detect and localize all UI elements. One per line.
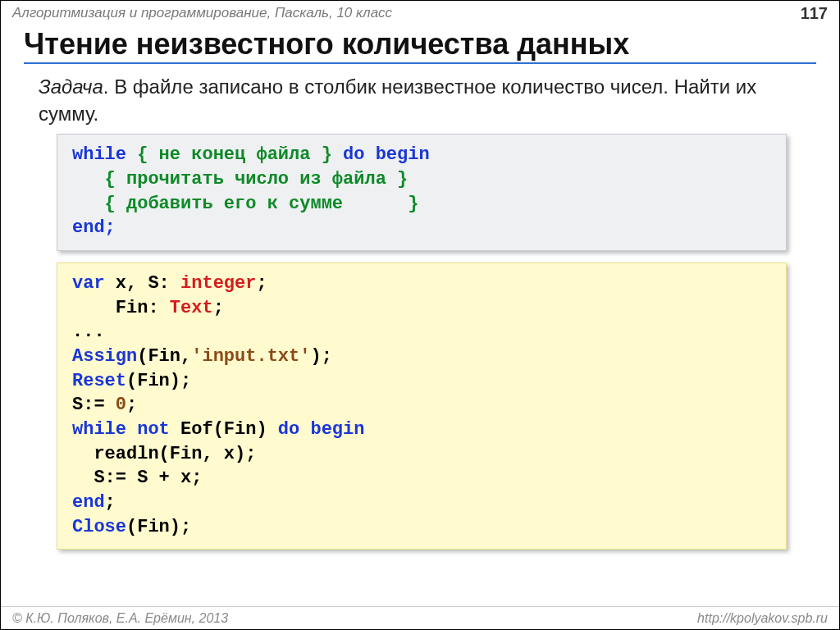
footer-url: http://kpolyakov.spb.ru (697, 611, 828, 626)
course-title: Алгоритмизация и программирование, Паска… (12, 5, 392, 21)
pseudocode-box: while { не конец файла } do begin { проч… (57, 134, 787, 251)
header-bar: Алгоритмизация и программирование, Паска… (1, 1, 839, 25)
task-lead: Задача (39, 75, 103, 98)
pseudocode: while { не конец файла } do begin { проч… (72, 143, 771, 240)
pascal-code: var x, S: integer; Fin: Text; ... Assign… (72, 272, 771, 540)
page-title: Чтение неизвестного количества данных (24, 27, 816, 64)
footer-bar: © К.Ю. Поляков, Е.А. Ерёмин, 2013 http:/… (1, 606, 839, 629)
task-text: Задача. В файле записано в столбик неизв… (39, 74, 816, 127)
task-body: . В файле записано в столбик неизвестное… (39, 75, 756, 124)
page-number: 117 (801, 4, 828, 23)
pascal-code-box: var x, S: integer; Fin: Text; ... Assign… (57, 262, 787, 550)
slide-content: Чтение неизвестного количества данных За… (1, 25, 839, 550)
footer-copyright: © К.Ю. Поляков, Е.А. Ерёмин, 2013 (12, 611, 228, 626)
